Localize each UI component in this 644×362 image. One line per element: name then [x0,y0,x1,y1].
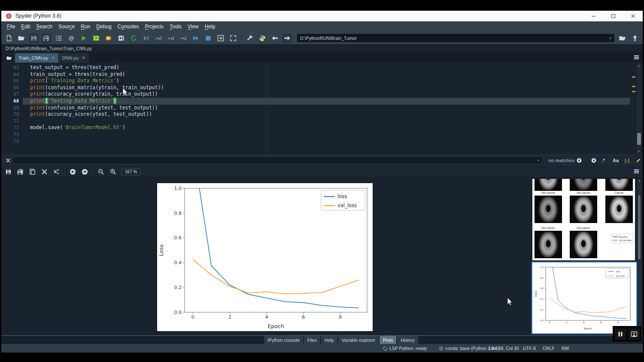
title-bar: Spyder (Python 3.8) [1,11,643,21]
svg-text:loss: loss [616,270,620,273]
maximize-pane-button[interactable] [216,34,225,42]
menu-help[interactable]: Help [202,21,219,32]
menu-view[interactable]: View [185,21,202,32]
svg-text:8: 8 [339,314,342,320]
tab-label: DNN.py [62,55,79,60]
open-file-button[interactable] [17,34,26,42]
debug-continue-button[interactable] [191,34,200,42]
code-line-71: 71 [1,118,630,125]
browse-tabs-button[interactable] [4,54,14,63]
pause-recording-button[interactable] [615,329,626,340]
whole-words-toggle-button[interactable]: [-] [625,157,629,164]
run-selection-button[interactable] [117,34,125,42]
plots-options-button[interactable] [633,168,640,175]
spyder-logo-icon [6,13,12,19]
zoom-out-button[interactable] [97,168,105,176]
next-plot-button[interactable] [81,168,89,176]
working-directory-combobox[interactable]: D:\PythonRUN\Brain_Tumor ▾ [297,34,614,42]
editor-options-button[interactable] [633,54,640,61]
case-sensitive-toggle-button[interactable]: Aa [613,157,619,164]
maximize-button[interactable] [603,11,623,21]
run-cell-button[interactable] [92,34,100,42]
python-path-manager-button[interactable] [258,34,267,42]
pane-tab-ipython-console[interactable]: IPython console [264,336,303,344]
save-all-button[interactable] [42,34,51,42]
svg-text:loss: loss [337,193,347,199]
screen-frame: Spyder (Python 3.8) FileEditSearchSource… [0,0,644,362]
find-next-button[interactable] [590,157,598,164]
editor-scrollbar[interactable] [637,63,641,154]
debug-stop-button[interactable] [204,34,213,42]
pane-tab-variable-explorer[interactable]: Variable explorer [338,336,379,344]
rerun-cell-button[interactable] [129,34,138,42]
run-cell-advance-button[interactable] [104,34,113,42]
menu-edit[interactable]: Edit [18,21,33,32]
editor-tab-dnn.py[interactable]: DNN.py✕ [59,53,89,63]
pane-tab-help[interactable]: Help [321,336,337,344]
mri-grid-plot-thumbnail[interactable]: Not cancerNot cancerCancerNot cancerNot … [532,179,635,260]
status-text: Line 68, Col 30 [489,346,519,351]
scroll-down-arrow-icon[interactable] [638,151,640,152]
close-tab-icon[interactable]: ✕ [51,56,55,60]
menu-file[interactable]: File [4,21,18,32]
menu-consoles[interactable]: Consoles [115,21,142,32]
search-history-caret-icon[interactable]: ▾ [537,158,539,163]
svg-text:@: @ [69,35,74,41]
menu-source[interactable]: Source [55,21,78,32]
back-button[interactable] [270,34,279,42]
previous-plot-button[interactable] [69,168,77,176]
thumbnails-scrollbar-thumb[interactable] [638,195,641,259]
close-button[interactable] [623,11,643,21]
mri-image-label: Not cancer [570,191,597,194]
pane-tab-history[interactable]: History [397,336,418,344]
line-number: 65 [1,78,23,84]
remove-plot-button[interactable] [40,168,49,176]
find-symbols-button[interactable]: @ [67,34,76,42]
run-file-button[interactable] [79,34,88,42]
debug-step-button[interactable] [154,34,163,42]
find-previous-button[interactable] [575,157,583,164]
close-tab-icon[interactable]: ✕ [82,56,85,60]
search-input[interactable]: ▾ [12,157,543,164]
minimize-button[interactable] [583,11,603,21]
pane-tab-plots[interactable]: Plots [380,336,396,344]
loss-plot-thumbnail-selected[interactable]: 024680.00.20.40.60.81.0EpochLosslossval_… [532,262,637,334]
zoom-level-box[interactable]: 167 % [121,168,141,175]
file-switcher-button[interactable] [55,34,63,42]
thumbnails-scrollbar[interactable] [638,179,641,330]
close-find-button[interactable] [4,157,12,164]
editor-scrollbar-thumb[interactable] [637,133,641,145]
save-button[interactable] [30,34,38,42]
remove-all-plots-button[interactable] [52,168,61,176]
highlight-matches-button[interactable] [635,157,642,164]
menu-run[interactable]: Run [78,21,93,32]
save-all-plots-button[interactable] [16,168,24,176]
parent-directory-button[interactable] [631,34,639,42]
code-editor[interactable]: 63test_output = thres(test_pred)64train_… [1,63,643,154]
scroll-up-arrow-icon[interactable] [638,180,641,181]
webcam-toggle-button[interactable] [629,329,640,340]
menu-tools[interactable]: Tools [167,21,185,32]
pane-tab-files[interactable]: Files [304,336,320,344]
copy-plot-button[interactable] [28,168,36,176]
preferences-button[interactable] [246,34,254,42]
save-plot-button[interactable] [4,168,12,176]
mri-image-label: Cancer [605,191,633,194]
editor-tab-train_cnn.py[interactable]: Train_CNN.py✕ [15,53,59,63]
menu-projects[interactable]: Projects [142,21,167,32]
code-text: print(accuracy_score(ytrain, train_outpu… [23,91,630,98]
menu-debug[interactable]: Debug [93,21,114,32]
scroll-up-arrow-icon[interactable] [638,65,640,66]
forward-button[interactable] [283,34,292,42]
new-file-button[interactable] [5,34,13,42]
zoom-in-button[interactable] [109,168,117,176]
debug-file-button[interactable] [142,34,150,42]
regex-toggle-button[interactable]: .* [602,157,605,164]
dropdown-caret-icon[interactable]: ▾ [609,36,611,40]
fullscreen-button[interactable] [229,34,237,42]
debug-step-return-button[interactable] [179,34,188,42]
browse-directory-button[interactable] [618,34,627,42]
debug-step-into-button[interactable] [167,34,175,42]
line-number: 63 [1,64,23,71]
menu-search[interactable]: Search [33,21,55,32]
